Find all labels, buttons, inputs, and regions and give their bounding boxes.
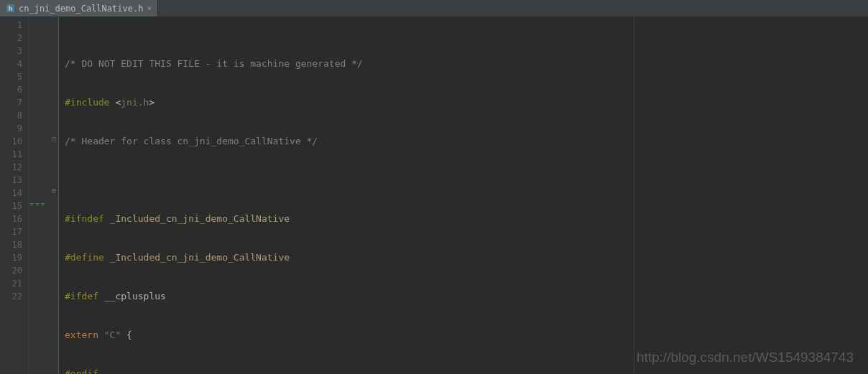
header-file-icon: h [6,4,15,13]
line-number: 4 [0,57,22,70]
line-number: 14 [0,187,22,200]
line-number-gutter: 1 2 3 4 5 6 7 8 9 10 11 12 13 14 15 16 1… [0,17,29,374]
tab-bar: h cn_jni_demo_CallNative.h × [0,0,868,17]
close-icon[interactable]: × [147,4,152,13]
right-margin-line [634,17,634,374]
line-number: 16 [0,212,22,225]
line-number: 12 [0,161,22,174]
ifdef-directive: #ifdef [65,291,104,301]
fold-expand-icon[interactable]: ⊞ [52,187,56,195]
line-number: 3 [0,45,22,57]
line-number: 7 [0,96,22,109]
line-number: 19 [0,251,22,264]
vcs-change-mark-icon: ⇄ ⇄ ⇄ [30,201,44,207]
extern-keyword: extern [65,329,104,340]
svg-text:h: h [9,5,13,12]
line-number: 2 [0,32,22,45]
define-directive: #define [65,252,110,263]
editor-tab[interactable]: h cn_jni_demo_CallNative.h × [0,0,158,17]
include-path: jni.h [121,97,149,108]
line-number: 15 [0,200,22,212]
line-number: 22 [0,290,22,303]
comment: /* DO NOT EDIT THIS FILE - it is machine… [65,58,363,69]
line-number: 8 [0,109,22,122]
line-number: 10 [0,135,22,148]
line-number: 1 [0,19,22,32]
line-number: 18 [0,238,22,251]
code-area[interactable]: /* DO NOT EDIT THIS FILE - it is machine… [59,17,868,374]
line-number: 6 [0,83,22,96]
include-directive: #include [65,97,115,108]
line-number: 21 [0,277,22,290]
comment: /* Header for class cn_jni_demo_CallNati… [65,136,318,146]
endif-directive: #endif [65,368,98,374]
editor-area: 1 2 3 4 5 6 7 8 9 10 11 12 13 14 15 16 1… [0,17,868,374]
line-number: 20 [0,264,22,277]
line-number: 17 [0,225,22,238]
fold-collapse-icon[interactable]: ⊟ [52,135,56,143]
line-number: 9 [0,122,22,135]
ifndef-directive: #ifndef [65,213,110,224]
line-number: 11 [0,148,22,161]
gutter-marks: ⊟ ⊞ ⇄ ⇄ ⇄ [29,17,59,374]
line-number: 13 [0,174,22,187]
tab-filename: cn_jni_demo_CallNative.h [19,4,143,14]
line-number: 5 [0,70,22,83]
